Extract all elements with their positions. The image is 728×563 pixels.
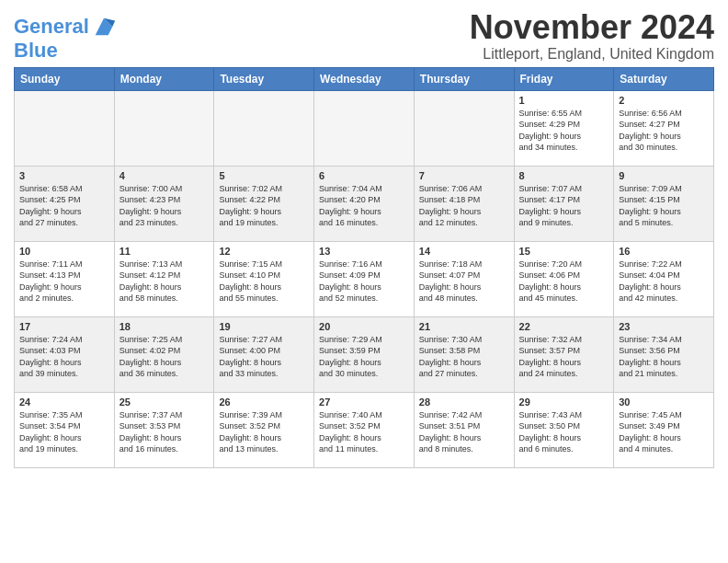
day-cell: 19Sunrise: 7:27 AM Sunset: 4:00 PM Dayli… (214, 316, 314, 392)
day-info: Sunrise: 7:16 AM Sunset: 4:09 PM Dayligh… (319, 259, 409, 304)
day-info: Sunrise: 7:29 AM Sunset: 3:59 PM Dayligh… (319, 334, 409, 380)
logo: General Blue (14, 14, 117, 62)
day-number: 29 (519, 396, 609, 408)
day-cell: 18Sunrise: 7:25 AM Sunset: 4:02 PM Dayli… (114, 316, 214, 392)
day-info: Sunrise: 7:37 AM Sunset: 3:53 PM Dayligh… (119, 409, 210, 455)
day-info: Sunrise: 7:11 AM Sunset: 4:13 PM Dayligh… (19, 259, 109, 304)
header-wednesday: Wednesday (314, 67, 415, 90)
day-info: Sunrise: 7:06 AM Sunset: 4:18 PM Dayligh… (419, 183, 509, 229)
logo-text-blue: Blue (14, 40, 117, 62)
day-cell: 3Sunrise: 6:58 AM Sunset: 4:25 PM Daylig… (15, 166, 115, 241)
logo-icon (91, 14, 117, 40)
header: General Blue November 2024 Littleport, E… (14, 9, 714, 63)
day-info: Sunrise: 7:40 AM Sunset: 3:52 PM Dayligh… (319, 409, 409, 455)
day-cell (15, 90, 115, 166)
week-row-3: 17Sunrise: 7:24 AM Sunset: 4:03 PM Dayli… (15, 316, 714, 392)
day-cell: 24Sunrise: 7:35 AM Sunset: 3:54 PM Dayli… (15, 392, 115, 467)
day-info: Sunrise: 7:22 AM Sunset: 4:04 PM Dayligh… (619, 259, 709, 304)
day-info: Sunrise: 6:55 AM Sunset: 4:29 PM Dayligh… (519, 108, 609, 154)
day-cell (314, 90, 415, 166)
day-number: 24 (19, 396, 109, 408)
day-cell: 30Sunrise: 7:45 AM Sunset: 3:49 PM Dayli… (614, 392, 714, 467)
day-number: 26 (219, 396, 309, 408)
day-number: 22 (519, 321, 609, 332)
day-number: 5 (219, 170, 309, 181)
day-number: 15 (519, 246, 609, 257)
day-cell: 13Sunrise: 7:16 AM Sunset: 4:09 PM Dayli… (314, 241, 415, 316)
header-saturday: Saturday (614, 67, 714, 90)
day-number: 17 (19, 321, 109, 332)
header-monday: Monday (114, 67, 214, 90)
day-number: 4 (119, 170, 210, 181)
day-cell: 29Sunrise: 7:43 AM Sunset: 3:50 PM Dayli… (514, 392, 614, 467)
day-info: Sunrise: 7:27 AM Sunset: 4:00 PM Dayligh… (219, 334, 309, 380)
day-number: 21 (419, 321, 509, 332)
day-info: Sunrise: 7:30 AM Sunset: 3:58 PM Dayligh… (419, 334, 509, 380)
day-cell: 4Sunrise: 7:00 AM Sunset: 4:23 PM Daylig… (114, 166, 214, 241)
day-info: Sunrise: 7:39 AM Sunset: 3:52 PM Dayligh… (219, 409, 309, 455)
day-number: 23 (619, 321, 709, 332)
day-info: Sunrise: 7:20 AM Sunset: 4:06 PM Dayligh… (519, 259, 609, 304)
day-info: Sunrise: 7:42 AM Sunset: 3:51 PM Dayligh… (419, 409, 509, 455)
day-cell: 26Sunrise: 7:39 AM Sunset: 3:52 PM Dayli… (214, 392, 314, 467)
day-cell: 17Sunrise: 7:24 AM Sunset: 4:03 PM Dayli… (15, 316, 115, 392)
calendar-table: SundayMondayTuesdayWednesdayThursdayFrid… (14, 67, 714, 468)
header-row: SundayMondayTuesdayWednesdayThursdayFrid… (15, 67, 714, 90)
day-cell: 6Sunrise: 7:04 AM Sunset: 4:20 PM Daylig… (314, 166, 415, 241)
day-cell: 21Sunrise: 7:30 AM Sunset: 3:58 PM Dayli… (414, 316, 514, 392)
header-tuesday: Tuesday (214, 67, 314, 90)
day-cell: 1Sunrise: 6:55 AM Sunset: 4:29 PM Daylig… (514, 90, 614, 166)
day-number: 30 (619, 396, 709, 408)
day-number: 1 (519, 95, 609, 106)
day-number: 16 (619, 246, 709, 257)
day-cell (214, 90, 314, 166)
week-row-4: 24Sunrise: 7:35 AM Sunset: 3:54 PM Dayli… (15, 392, 714, 467)
day-number: 2 (619, 95, 709, 106)
logo-text: General (14, 16, 89, 38)
day-cell: 20Sunrise: 7:29 AM Sunset: 3:59 PM Dayli… (314, 316, 415, 392)
day-number: 10 (19, 246, 109, 257)
week-row-1: 3Sunrise: 6:58 AM Sunset: 4:25 PM Daylig… (15, 166, 714, 241)
location: Littleport, England, United Kingdom (470, 46, 714, 63)
day-cell: 22Sunrise: 7:32 AM Sunset: 3:57 PM Dayli… (514, 316, 614, 392)
header-sunday: Sunday (15, 67, 115, 90)
day-cell: 7Sunrise: 7:06 AM Sunset: 4:18 PM Daylig… (414, 166, 514, 241)
day-number: 13 (319, 246, 409, 257)
day-cell: 27Sunrise: 7:40 AM Sunset: 3:52 PM Dayli… (314, 392, 415, 467)
day-cell (414, 90, 514, 166)
day-cell: 25Sunrise: 7:37 AM Sunset: 3:53 PM Dayli… (114, 392, 214, 467)
day-info: Sunrise: 7:02 AM Sunset: 4:22 PM Dayligh… (219, 183, 309, 229)
day-cell: 8Sunrise: 7:07 AM Sunset: 4:17 PM Daylig… (514, 166, 614, 241)
day-number: 7 (419, 170, 509, 181)
header-thursday: Thursday (414, 67, 514, 90)
header-friday: Friday (514, 67, 614, 90)
day-number: 28 (419, 396, 509, 408)
day-cell (114, 90, 214, 166)
day-cell: 14Sunrise: 7:18 AM Sunset: 4:07 PM Dayli… (414, 241, 514, 316)
day-number: 20 (319, 321, 409, 332)
day-number: 3 (19, 170, 109, 181)
day-info: Sunrise: 7:43 AM Sunset: 3:50 PM Dayligh… (519, 409, 609, 455)
day-info: Sunrise: 6:58 AM Sunset: 4:25 PM Dayligh… (19, 183, 109, 229)
day-cell: 12Sunrise: 7:15 AM Sunset: 4:10 PM Dayli… (214, 241, 314, 316)
day-info: Sunrise: 7:35 AM Sunset: 3:54 PM Dayligh… (19, 409, 109, 455)
day-cell: 10Sunrise: 7:11 AM Sunset: 4:13 PM Dayli… (15, 241, 115, 316)
day-info: Sunrise: 7:04 AM Sunset: 4:20 PM Dayligh… (319, 183, 409, 229)
day-number: 27 (319, 396, 409, 408)
day-number: 25 (119, 396, 210, 408)
day-number: 11 (119, 246, 210, 257)
day-number: 18 (119, 321, 210, 332)
day-info: Sunrise: 6:56 AM Sunset: 4:27 PM Dayligh… (619, 108, 709, 154)
day-info: Sunrise: 7:09 AM Sunset: 4:15 PM Dayligh… (619, 183, 709, 229)
day-info: Sunrise: 7:25 AM Sunset: 4:02 PM Dayligh… (119, 334, 210, 380)
day-cell: 16Sunrise: 7:22 AM Sunset: 4:04 PM Dayli… (614, 241, 714, 316)
day-cell: 28Sunrise: 7:42 AM Sunset: 3:51 PM Dayli… (414, 392, 514, 467)
day-info: Sunrise: 7:24 AM Sunset: 4:03 PM Dayligh… (19, 334, 109, 380)
day-info: Sunrise: 7:45 AM Sunset: 3:49 PM Dayligh… (619, 409, 709, 455)
day-info: Sunrise: 7:18 AM Sunset: 4:07 PM Dayligh… (419, 259, 509, 304)
day-info: Sunrise: 7:00 AM Sunset: 4:23 PM Dayligh… (119, 183, 210, 229)
day-number: 8 (519, 170, 609, 181)
day-info: Sunrise: 7:32 AM Sunset: 3:57 PM Dayligh… (519, 334, 609, 380)
day-info: Sunrise: 7:34 AM Sunset: 3:56 PM Dayligh… (619, 334, 709, 380)
day-number: 6 (319, 170, 409, 181)
